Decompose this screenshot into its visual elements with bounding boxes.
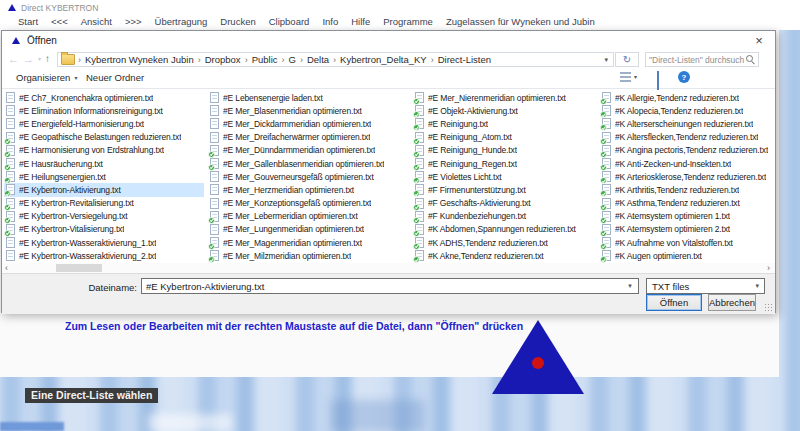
menu-item[interactable]: Start [18,16,38,27]
menu-item[interactable]: Übertragung [155,16,208,27]
file-item[interactable]: #K Atemsystem optimieren 2.txt [600,223,775,236]
text-file-synced-icon [602,224,611,235]
forward-icon[interactable]: → [23,54,34,65]
file-item[interactable]: #F Geschäfts-Aktivierung.txt [413,197,598,210]
close-icon[interactable]: × [743,31,775,50]
menu-item[interactable]: Programme [383,16,433,27]
file-item[interactable]: #E Geopathische Belastungen reduzieren.t… [4,131,204,144]
file-item[interactable]: #E Kybertron-Wasseraktivierung_1.txt [4,236,204,249]
file-item[interactable]: #E Mer_Gallenblasenmeridian optimieren.t… [208,157,410,170]
file-item[interactable]: #E Violettes Licht.txt [413,170,598,183]
file-item[interactable]: #E Kybertron-Versiegelung.txt [4,210,204,223]
back-icon[interactable]: ← [8,54,19,65]
new-folder-button[interactable]: Neuer Ordner [86,72,144,83]
breadcrumb-item[interactable]: Delta [304,54,332,65]
menu-item[interactable]: Hilfe [351,16,370,27]
sync-check-badge-icon [208,256,215,263]
file-item[interactable]: #K Abdomen,Spannungen reduzieren.txt [413,223,598,236]
file-item[interactable]: #K Aufnahme von Vitalstoffen.txt [600,236,775,249]
file-item[interactable]: #E Heilungsenergien.txt [4,170,204,183]
file-item[interactable]: #E Reinigung.txt [413,117,598,130]
file-item[interactable]: #E Lebensenergie laden.txt [208,91,410,104]
help-button[interactable]: ? [678,71,690,83]
chevron-down-icon[interactable]: ▾ [622,282,638,290]
breadcrumb-item[interactable]: Public [249,54,281,65]
breadcrumb-item[interactable]: G [286,54,299,65]
file-item[interactable]: #K Alopecia,Tendenz reduzieren.txt [600,104,775,117]
file-item[interactable]: #E Mer_Lungenmeridian optimieren.txt [208,223,410,236]
file-item[interactable]: #E Mer_Magenmeridian optimieren.txt [208,236,410,249]
file-item[interactable]: #E Mer_Dickdarmmeridian optimieren.txt [208,117,410,130]
file-item[interactable]: #K Altersflecken,Tendenz reduzieren.txt [600,131,775,144]
file-item[interactable]: #E Kybertron-Revitalisierung.txt [4,197,204,210]
menu-item[interactable]: Clipboard [269,16,310,27]
file-item[interactable]: #E Mer_Milzmeridian optimieren.txt [208,249,410,262]
file-item[interactable]: #E Mer_Dünndarmmeridian optimieren.txt [208,144,410,157]
refresh-icon[interactable]: ↻ [615,52,639,67]
menu-item[interactable]: <<< [51,16,68,27]
open-button[interactable]: Öffnen [646,294,702,311]
scroll-left-icon[interactable]: ‹ [5,263,8,273]
file-name: #K Allergie,Tendenz reduzieren.txt [615,93,739,103]
file-item[interactable]: #K Atemsystem optimieren 1.txt [600,210,775,223]
breadcrumb-item[interactable]: Dropbox [202,54,244,65]
file-column: #E Ch7_Kronenchakra optimieren.txt#E Eli… [4,91,204,263]
resize-grip[interactable] [764,303,773,312]
filetype-select[interactable]: TXT files ▾ [646,278,765,294]
file-item[interactable]: #E Objekt-Aktivierung.txt [413,104,598,117]
file-item[interactable]: #F Firmenunterstützung.txt [413,183,598,196]
file-item[interactable]: #E Ch7_Kronenchakra optimieren.txt [4,91,204,104]
file-item[interactable]: #E Harmonisierung von Erdstrahlung.txt [4,144,204,157]
file-item[interactable]: #E Reinigung_Regen.txt [413,157,598,170]
search-input[interactable]: "Direct-Listen" durchsuchen [645,52,759,67]
horizontal-scrollbar[interactable]: ‹ › [2,263,775,273]
organize-button[interactable]: Organisieren ▾ [16,72,77,83]
cancel-button[interactable]: Abbrechen [708,294,756,311]
menu-item[interactable]: >>> [125,16,142,27]
file-item[interactable]: #K Angina pectoris,Tendenz reduzieren.tx… [600,144,775,157]
view-mode-button[interactable]: ▾ [620,72,637,82]
scroll-right-icon[interactable]: › [767,263,770,273]
breadcrumb-item[interactable]: Kybertron_Delta_KY [337,54,430,65]
filename-input[interactable]: #E Kybertron-Aktivierung.txt ▾ [141,278,639,294]
menu-item[interactable]: Zugelassen für Wyneken und Jubin [446,16,595,27]
file-item[interactable]: #E Reinigung_Hunde.txt [413,144,598,157]
file-item[interactable]: #K Allergie,Tendenz reduzieren.txt [600,91,775,104]
menu-item[interactable]: Ansicht [81,16,112,27]
file-item[interactable]: #E Elimination Informationsreinigung.txt [4,104,204,117]
file-item[interactable]: #K Arthritis,Tendenz reduzieren.txt [600,183,775,196]
file-item[interactable]: #E Reinigung_Atom.txt [413,131,598,144]
file-item[interactable]: #E Kybertron-Aktivierung.txt [4,183,204,196]
file-item[interactable]: #F Kundenbeziehungen.txt [413,210,598,223]
file-item[interactable]: #E Mer_Nierenmeridian optimieren.txt [413,91,598,104]
preview-pane-button[interactable] [657,72,659,90]
file-item[interactable]: #E Mer_Dreifacherwärmer optimieren.txt [208,131,410,144]
file-item[interactable]: #E Mer_Lebermeridian optimieren.txt [208,210,410,223]
file-item[interactable]: #K Alterserscheinungen reduzieren.txt [600,117,775,130]
menu-item[interactable]: Drucken [220,16,255,27]
scrollbar-thumb[interactable] [56,264,102,272]
file-item[interactable]: #K Akne,Tendenz reduzieren.txt [413,249,598,262]
file-item[interactable]: #K Augen optimieren.txt [600,249,775,262]
breadcrumb-item[interactable]: Kybertron Wyneken Jubin [82,54,197,65]
file-item[interactable]: #E Mer_Blasenmeridian optimieren.txt [208,104,410,117]
file-item[interactable]: #E Mer_Herzmeridian optimieren.txt [208,183,410,196]
up-icon[interactable]: ↑ [45,54,50,64]
file-item[interactable]: #E Mer_Gouverneursgefäß optimieren.txt [208,170,410,183]
file-item[interactable]: #K ADHS,Tendenz reduzieren.txt [413,236,598,249]
file-item[interactable]: #E Kybertron-Wasseraktivierung_2.txt [4,249,204,262]
file-item[interactable]: #E Mer_Konzeptionsgefäß optimieren.txt [208,197,410,210]
breadcrumb[interactable]: ›Kybertron Wyneken Jubin›Dropbox›Public›… [57,52,614,67]
file-item[interactable]: #E Kybertron-Vitalisierung.txt [4,223,204,236]
file-item[interactable]: #K Asthma,Tendenz reduzieren.txt [600,197,775,210]
text-file-icon [210,184,219,195]
address-chevron-icon[interactable]: ▾ [604,56,613,64]
recent-locations-chevron-icon[interactable]: ▾ [38,56,41,62]
breadcrumb-item[interactable]: Direct-Listen [435,54,494,65]
file-item[interactable]: #K Arteriosklerose,Tendenz reduzieren.tx… [600,170,775,183]
dialog-titlebar[interactable]: Öffnen × [2,31,775,51]
menu-item[interactable]: Info [322,16,338,27]
file-item[interactable]: #E Energiefeld-Harmonisierung.txt [4,117,204,130]
file-item[interactable]: #E Hausräucherung.txt [4,157,204,170]
file-item[interactable]: #K Anti-Zecken-und-Insekten.txt [600,157,775,170]
